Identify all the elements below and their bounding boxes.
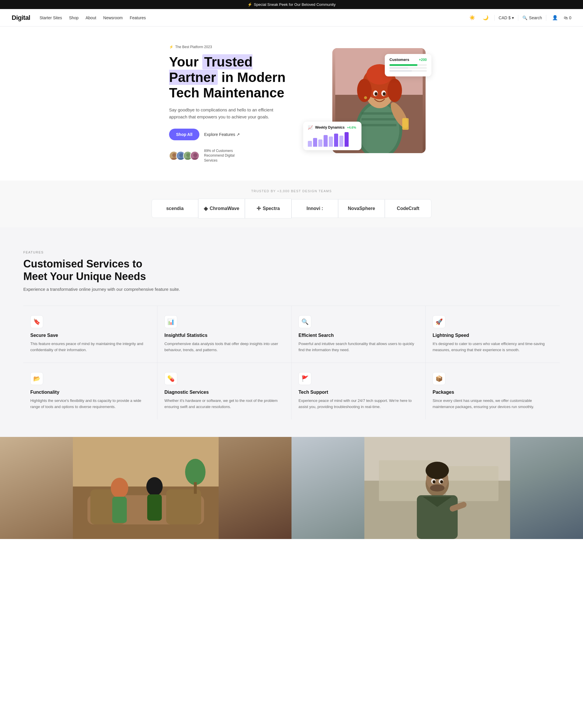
feature-lightning-speed-name: Lightning Speed [433, 333, 553, 338]
chart-bar-item [313, 138, 317, 147]
bottom-image-left [0, 437, 292, 539]
spectra-text: Spectra [262, 206, 280, 211]
currency-label: CAD $ [499, 16, 511, 20]
feature-tech-support: 🚩 Tech Support Experience peace of mind … [292, 363, 425, 419]
nav-about[interactable]: About [85, 16, 96, 20]
lightning-speed-icon: 🚀 [433, 315, 445, 328]
feature-diagnostic-desc: Whether it's hardware or software, we ge… [164, 398, 284, 410]
svg-point-49 [425, 462, 449, 479]
customers-bar-2 [389, 67, 427, 69]
logo-scendia: scendia [151, 199, 198, 218]
hero-badge-text: The Best Platform 2023 [175, 45, 212, 49]
light-mode-icon[interactable]: ☀️ [468, 13, 477, 23]
trusted-section: TRUSTED BY +3,000 BEST DESIGN TEAMS scen… [0, 181, 583, 227]
feature-secure-save: 🔖 Secure Save This feature ensures peace… [23, 306, 158, 363]
features-tag: FEATURES [23, 251, 560, 254]
header-divider [494, 15, 495, 21]
feature-insightful-stats-name: Insightful Statistics [164, 333, 284, 338]
hero-social-proof: 89% of Customers Recommend Digital Servi… [169, 149, 288, 163]
chromawave-text: ChromaWave [210, 206, 239, 211]
svg-point-38 [146, 477, 163, 496]
svg-point-40 [185, 459, 205, 485]
feature-secure-save-desc: This feature ensures peace of mind by ma… [30, 341, 150, 353]
nav-newsroom[interactable]: Newsroom [103, 16, 123, 20]
user-icon[interactable]: 👤 [550, 13, 560, 23]
top-banner: ⚡ Special Sneak Peek for Our Beloved Com… [0, 0, 583, 9]
logo-innovi: Innovi : [292, 199, 338, 218]
currency-selector[interactable]: CAD $ ▾ [499, 16, 514, 20]
secure-save-icon: 🔖 [30, 315, 43, 328]
novasphere-text: NovaSphere [348, 206, 375, 211]
feature-diagnostic: 💊 Diagnostic Services Whether it's hardw… [158, 363, 292, 419]
feature-insightful-stats: 📊 Insightful Statistics Comprehensive da… [158, 306, 292, 363]
header: Digital Starter Sites Shop About Newsroo… [0, 9, 583, 27]
weekly-stat: +4.6% [347, 126, 356, 129]
trend-icon: 📈 [308, 125, 313, 130]
hero-title: Your Trusted Partner in Modern Tech Main… [169, 54, 288, 101]
chart-bar-item [344, 132, 349, 147]
svg-point-53 [440, 480, 443, 483]
efficient-search-icon: 🔍 [299, 315, 311, 328]
svg-rect-37 [112, 497, 127, 523]
scendia-text: scendia [166, 206, 184, 211]
shop-all-button[interactable]: Shop All [169, 129, 199, 140]
svg-point-52 [433, 480, 436, 483]
banner-bolt-icon: ⚡ [248, 2, 252, 7]
feature-efficient-search-desc: Powerful and intuitive search functional… [299, 341, 418, 353]
currency-chevron-icon: ▾ [512, 16, 514, 20]
avatar-group [169, 151, 197, 160]
customers-bar-fill-3 [389, 70, 412, 72]
customers-bar-fill-2 [389, 67, 408, 69]
hero-section: ⚡ The Best Platform 2023 Your Trusted Pa… [146, 27, 437, 181]
search-icon: 🔍 [522, 16, 527, 20]
hero-cta: Shop All Explore Features ↗ [169, 129, 288, 140]
cart-button[interactable]: 🛍 0 [564, 16, 571, 20]
svg-rect-18 [361, 124, 396, 126]
svg-point-27 [383, 92, 386, 96]
hero-description: Say goodbye to complications and hello t… [169, 106, 286, 121]
logo-codecraft: CodeCraft [385, 199, 432, 218]
feature-diagnostic-name: Diagnostic Services [164, 390, 284, 395]
main-nav: Starter Sites Shop About Newsroom Featur… [40, 16, 468, 20]
weekly-label: Weekly Dynamics [315, 125, 344, 130]
nav-shop[interactable]: Shop [69, 16, 79, 20]
feature-functionality-name: Functionality [30, 390, 150, 395]
svg-point-10 [193, 153, 197, 157]
social-line1: 89% of Customers [204, 149, 235, 153]
trusted-label: TRUSTED BY +3,000 BEST DESIGN TEAMS [12, 189, 571, 193]
search-label: Search [529, 16, 542, 20]
logo-novasphere: NovaSphere [338, 199, 385, 218]
nav-features[interactable]: Features [130, 16, 146, 20]
features-grid-row1: 🔖 Secure Save This feature ensures peace… [23, 306, 560, 363]
weekly-dynamics-card: 📈 Weekly Dynamics +4.6% [303, 122, 361, 150]
svg-rect-16 [361, 112, 396, 114]
chart-bar-item [324, 135, 328, 147]
nav-starter-sites[interactable]: Starter Sites [40, 16, 62, 20]
feature-packages-name: Packages [433, 390, 553, 395]
innovi-text: Innovi : [307, 206, 323, 211]
svg-rect-39 [147, 494, 162, 521]
feature-tech-support-desc: Experience peace of mind with our 24/7 t… [299, 398, 418, 410]
header-divider-3 [546, 15, 546, 21]
feature-insightful-stats-desc: Comprehensive data analysis tools that o… [164, 341, 284, 353]
customers-card: Customers +200 [385, 54, 432, 76]
social-line3: Services [204, 158, 235, 163]
packages-icon: 📦 [433, 372, 445, 385]
svg-point-7 [186, 153, 190, 157]
customers-card-header: Customers +200 [389, 57, 427, 62]
hero-title-start: Your [169, 54, 202, 70]
dark-mode-icon[interactable]: 🌙 [481, 13, 490, 23]
hero-left: ⚡ The Best Platform 2023 Your Trusted Pa… [169, 44, 288, 163]
feature-functionality-desc: Highlights the service's flexibility and… [30, 398, 150, 410]
logo-chromawave: ◈ ChromaWave [198, 199, 245, 218]
codecraft-text: CodeCraft [397, 206, 419, 211]
chromawave-icon: ◈ [204, 205, 208, 212]
customers-stat: +200 [419, 58, 427, 62]
logo[interactable]: Digital [12, 14, 30, 22]
explore-features-link[interactable]: Explore Features ↗ [204, 132, 240, 137]
feature-packages-desc: Since every client has unique needs, we … [433, 398, 553, 410]
svg-point-22 [387, 79, 402, 102]
search-button[interactable]: 🔍 Search [522, 16, 542, 20]
trusted-logos: scendia ◈ ChromaWave ✛ Spectra Innovi : … [12, 199, 571, 218]
svg-point-1 [172, 153, 176, 157]
